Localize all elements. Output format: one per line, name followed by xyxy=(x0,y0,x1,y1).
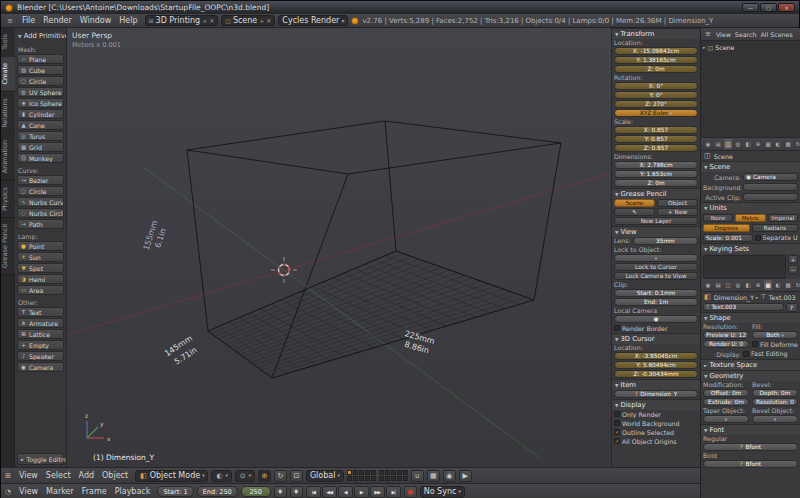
timeline-menu-item[interactable]: Marker xyxy=(42,487,78,496)
scene-panel-header[interactable]: ▼Scene xyxy=(701,161,800,172)
lens-field[interactable]: 35mm xyxy=(633,237,698,245)
add-primitive-button[interactable]: ▲Cone xyxy=(17,120,64,130)
delete-keyframe-button[interactable]: ♦ xyxy=(290,486,303,498)
toolshelf-panel-title[interactable]: ▼ Add Primitive xyxy=(17,30,64,43)
grease-pencil-panel-header[interactable]: ▼Grease Pencil xyxy=(612,188,700,199)
add-object-button[interactable]: TText xyxy=(17,307,64,317)
menu-item[interactable]: Window xyxy=(76,16,116,25)
render-u-field[interactable]: Render U: 0 xyxy=(703,340,749,348)
outliner-editor-icon[interactable]: ≡ xyxy=(704,30,712,38)
gp-new-button[interactable]: +New xyxy=(657,208,698,216)
add-lamp-button[interactable]: ◑Hemi xyxy=(17,274,64,284)
screen-layout-selector[interactable]: ⊞ 3D Printing + ✕ xyxy=(145,15,219,26)
item-name-field[interactable]: TDimension_Y xyxy=(614,390,698,398)
properties-tab[interactable]: ▦ xyxy=(764,280,772,290)
cursor-location-field[interactable]: Y: 5.60494cm xyxy=(614,361,698,369)
expand-icon[interactable]: ▸ xyxy=(703,45,705,50)
viewport-menu-item[interactable]: Add xyxy=(75,471,99,480)
new-layer-button[interactable]: New Layer xyxy=(614,217,698,225)
properties-tab[interactable]: ◫ xyxy=(724,280,732,290)
editor-type-icon[interactable]: ⊞ xyxy=(4,472,12,480)
transport-button[interactable]: ◀◀ xyxy=(322,486,337,498)
add-curve-button[interactable]: ⇝Path xyxy=(17,219,64,229)
add-curve-button[interactable]: ○Circle xyxy=(17,186,64,196)
close-scene-icon[interactable]: ✕ xyxy=(266,17,271,24)
menu-item[interactable]: Render xyxy=(39,16,75,25)
lock-camera-button[interactable]: Lock Camera to View xyxy=(614,272,698,280)
display-panel-header[interactable]: ▼Display xyxy=(612,399,700,410)
add-lamp-button[interactable]: ▼Spot xyxy=(17,263,64,273)
rotation-field[interactable]: Z: 270° xyxy=(614,100,698,108)
camera-field[interactable]: ◉Camera xyxy=(743,173,798,181)
font-panel-header[interactable]: ▼Font xyxy=(701,424,800,435)
add-primitive-button[interactable]: ☺Monkey xyxy=(17,153,64,163)
dimension-field[interactable]: X: 2.798cm xyxy=(614,161,698,169)
local-camera-field[interactable]: ◉ xyxy=(614,315,698,323)
dimension-field[interactable]: Z: 0m xyxy=(614,179,698,187)
item-panel-header[interactable]: ▼Item xyxy=(612,379,700,390)
wireframe-box[interactable] xyxy=(187,121,561,378)
gp-draw-button[interactable]: ✎ xyxy=(614,208,655,216)
unit-system-button[interactable]: Imperial xyxy=(768,214,798,222)
properties-tab[interactable]: ↻ xyxy=(794,139,800,149)
rotation-field[interactable]: X: 0° xyxy=(614,82,698,90)
layers-widget[interactable] xyxy=(347,470,408,481)
add-object-button[interactable]: ⋔Armature xyxy=(17,318,64,328)
timeline-menu-item[interactable]: Playback xyxy=(111,487,155,496)
remove-keying-set-button[interactable]: − xyxy=(788,265,798,274)
frame-start-field[interactable]: Start: 1 xyxy=(157,486,193,497)
properties-tab[interactable]: ◧ xyxy=(744,280,752,290)
outliner-row[interactable]: ▸◫Scene xyxy=(703,43,798,52)
transport-button[interactable]: ◀ xyxy=(338,486,353,498)
offset-field[interactable]: Offset: 0m xyxy=(703,389,749,397)
orientation-select[interactable]: Global▾ xyxy=(306,470,344,482)
depth-field[interactable]: Depth: 0m xyxy=(752,389,798,397)
rotation-field[interactable]: Y: 0° xyxy=(614,91,698,99)
toolshelf-tab[interactable]: Create xyxy=(1,57,15,92)
render-still-button[interactable]: ◉ xyxy=(443,470,456,482)
render-border-checkbox[interactable]: Render Border xyxy=(614,324,698,332)
viewport-menu-item[interactable]: Select xyxy=(42,471,75,480)
close-button[interactable]: ✕ xyxy=(778,3,795,12)
add-object-button[interactable]: ◉Camera xyxy=(17,362,64,372)
add-primitive-button[interactable]: ▧Cube xyxy=(17,65,64,75)
properties-tab[interactable]: ⊕ xyxy=(754,139,762,149)
geometry-panel-header[interactable]: ▼Geometry xyxy=(701,370,800,381)
background-field[interactable] xyxy=(743,183,798,191)
data-name-field[interactable]: TText.003 xyxy=(703,303,784,311)
transport-button[interactable]: ▶| xyxy=(386,486,401,498)
unit-system-button[interactable]: Metric xyxy=(735,214,765,222)
texture-space-panel-header[interactable]: ►Texture Space xyxy=(701,359,800,370)
add-curve-button[interactable]: ↝Bezier xyxy=(17,175,64,185)
properties-tab[interactable]: ◐ xyxy=(774,139,782,149)
toolshelf-tab[interactable]: Animation xyxy=(1,134,15,180)
add-object-button[interactable]: ♪Speaker xyxy=(17,351,64,361)
dimension-field[interactable]: Y: 1.653cm xyxy=(614,170,698,178)
font-bold-field[interactable]: FBfont xyxy=(703,460,798,468)
cursor-location-field[interactable]: X: -3.95045cm xyxy=(614,352,698,360)
outliner-tree[interactable]: ▸◫Scene xyxy=(701,41,800,138)
viewport-menu-item[interactable]: Object xyxy=(98,471,132,480)
timeline-menu-item[interactable]: View xyxy=(15,487,42,496)
insert-keyframe-button[interactable]: ♦ xyxy=(274,486,287,498)
bevel-resolution-field[interactable]: Resolution: 0 xyxy=(752,398,798,406)
location-field[interactable]: Z: 0m xyxy=(614,65,698,73)
properties-tab[interactable]: ▩ xyxy=(784,139,792,149)
clip-start-field[interactable]: Start: 0.1mm xyxy=(614,289,698,297)
rotate-manipulator-button[interactable]: ↻ xyxy=(274,470,287,482)
location-field[interactable]: Y: 1.38165cm xyxy=(614,56,698,64)
properties-tab[interactable]: ▩ xyxy=(784,280,792,290)
frame-end-field[interactable]: End: 250 xyxy=(197,486,238,497)
add-curve-button[interactable]: ∿Nurbs Curve xyxy=(17,197,64,207)
toolshelf-tab[interactable]: Relations xyxy=(1,92,15,135)
render-anim-button[interactable]: ▶ xyxy=(459,470,472,482)
add-lamp-button[interactable]: ☀Sun xyxy=(17,252,64,262)
font-regular-field[interactable]: FBfont xyxy=(703,443,798,451)
snap-toggle-button[interactable]: ∪ xyxy=(411,470,424,482)
menu-item[interactable]: File xyxy=(18,16,39,25)
properties-tab[interactable]: ◍ xyxy=(734,139,742,149)
shading-select[interactable]: ◐▾ xyxy=(211,470,231,482)
properties-tab[interactable]: ◐ xyxy=(774,280,782,290)
toggle-editmode-panel[interactable]: ► Toggle Editmode xyxy=(17,453,64,465)
menu-item[interactable]: Help xyxy=(115,16,141,25)
